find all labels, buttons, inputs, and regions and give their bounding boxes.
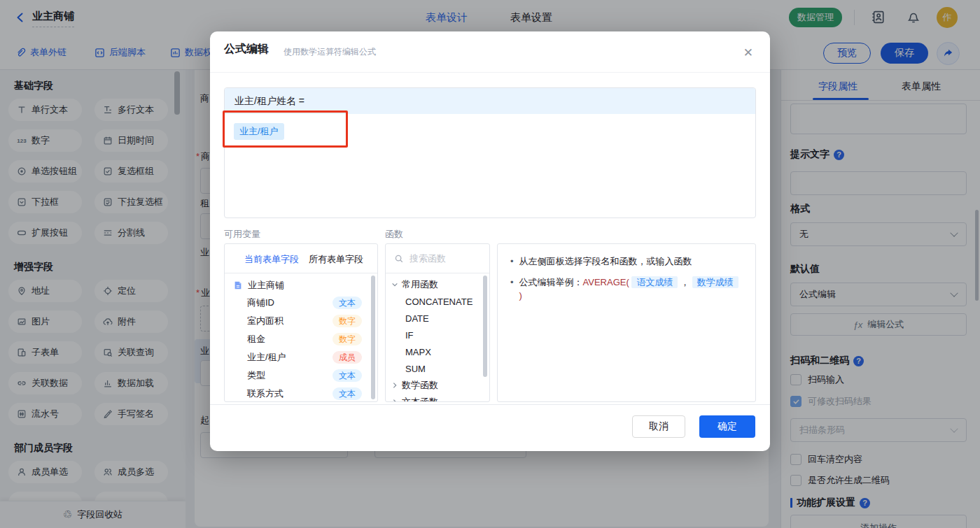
type-badge: 数字 — [332, 315, 362, 327]
tab-all-form-fields[interactable]: 所有表单字段 — [309, 253, 363, 266]
tab-current-form-fields[interactable]: 当前表单字段 — [244, 253, 299, 266]
modal-header-divider — [210, 72, 770, 73]
close-icon[interactable]: ✕ — [743, 45, 753, 60]
search-icon — [394, 254, 404, 264]
modal-footer-divider — [210, 404, 770, 405]
formula-editor-modal: 公式编辑 使用数学运算符编辑公式 ✕ 业主/租户姓名 = 业主/租户 可用变量 … — [210, 31, 770, 451]
function-group-math[interactable]: 数学函数 — [391, 377, 438, 394]
tip-line: 公式编辑举例：AVERAGE( 语文成绩 ， 数学成绩 ) — [510, 276, 743, 302]
tips-panel: 从左侧面板选择字段名和函数，或输入函数 公式编辑举例：AVERAGE( 语文成绩… — [497, 243, 756, 402]
type-badge: 文本 — [332, 387, 362, 400]
function-item[interactable]: IF — [405, 327, 414, 343]
functions-scrollbar[interactable] — [483, 276, 487, 377]
type-badge: 数字 — [332, 333, 362, 345]
modal-subtitle: 使用数学运算符编辑公式 — [284, 46, 376, 58]
variables-scrollbar[interactable] — [371, 276, 375, 399]
app: 业主商铺 表单设计 表单设置 数据管理 作 表单外链 后端脚本 数据权 预览 保… — [0, 0, 980, 528]
tip-line: 从左侧面板选择字段名和函数，或输入函数 — [510, 255, 743, 268]
type-badge: 文本 — [332, 369, 362, 382]
type-badge: 成员 — [332, 351, 362, 364]
variable-row[interactable]: 租金数字 — [225, 330, 377, 348]
variable-row[interactable]: 业主/租户成员 — [225, 348, 377, 366]
cancel-button[interactable]: 取消 — [632, 415, 685, 438]
function-item[interactable]: SUM — [405, 360, 426, 377]
search-placeholder: 搜索函数 — [410, 252, 446, 265]
variable-row[interactable]: 联系方式文本 — [225, 385, 377, 402]
chevron-down-icon — [391, 281, 398, 288]
function-item[interactable]: DATE — [405, 310, 429, 327]
function-item[interactable]: MAPX — [405, 343, 431, 360]
function-item[interactable]: CONCATENATE — [405, 293, 472, 310]
variable-row[interactable]: 室内面积数字 — [225, 312, 377, 330]
variables-label: 可用变量 — [224, 228, 260, 241]
variable-row[interactable]: 商铺ID文本 — [225, 294, 377, 312]
form-tree-root[interactable]: 业主商铺 — [225, 277, 377, 294]
formula-editor-area[interactable]: 业主/租户 — [225, 114, 755, 140]
variable-row[interactable]: 类型文本 — [225, 366, 377, 385]
function-search[interactable]: 搜索函数 — [386, 244, 489, 273]
function-group-common[interactable]: 常用函数 — [391, 276, 438, 293]
functions-panel: 搜索函数 常用函数 CONCATENATE DATE IF MAPX SUM 数… — [385, 243, 490, 402]
example-field-tag: 语文成绩 — [631, 276, 678, 288]
confirm-button[interactable]: 确定 — [699, 415, 755, 438]
form-doc-icon — [233, 280, 243, 290]
type-badge: 文本 — [332, 297, 362, 309]
formula-target-bar: 业主/租户姓名 = — [225, 88, 755, 114]
example-field-tag: 数学成绩 — [692, 276, 738, 288]
formula-box: 业主/租户姓名 = 业主/租户 — [224, 87, 756, 218]
function-group-text[interactable]: 文本函数 — [391, 394, 438, 402]
modal-title: 公式编辑 — [224, 42, 269, 57]
chevron-right-icon — [391, 382, 398, 389]
variables-panel: 当前表单字段 所有表单字段 业主商铺 商铺ID文本 室内面积数字 租金数字 业主… — [224, 243, 378, 402]
formula-field-tag[interactable]: 业主/租户 — [234, 123, 284, 140]
chevron-right-icon — [391, 399, 398, 402]
functions-label: 函数 — [385, 228, 403, 241]
